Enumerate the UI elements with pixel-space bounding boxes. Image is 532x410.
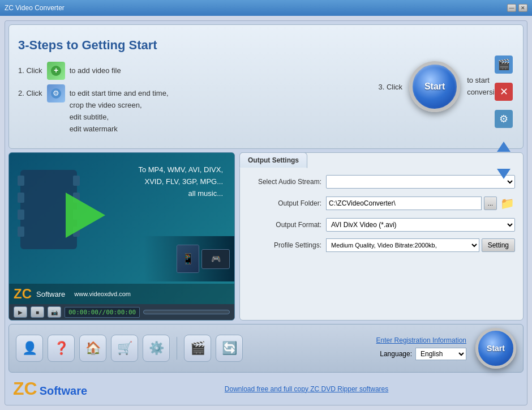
title-bar: ZC Video Converter — ✕ bbox=[0, 0, 532, 16]
sidebar-settings-icon-btn[interactable]: ⚙ bbox=[492, 108, 515, 130]
svg-rect-15 bbox=[18, 210, 24, 220]
registration-link[interactable]: Enter Registration Information bbox=[376, 336, 466, 344]
instruction-title: 3-Steps to Getting Start bbox=[18, 38, 379, 53]
step2-line3: edit subtitle, bbox=[70, 113, 109, 121]
profile-settings-row: Profile Settings: Medium Quality, Video … bbox=[248, 238, 515, 252]
output-folder-input[interactable] bbox=[326, 197, 482, 210]
zc-z-small: ZC bbox=[14, 286, 32, 301]
devices-strip: 📱 🎮 bbox=[144, 236, 234, 281]
step1-row: 1. Click + to add video file bbox=[18, 62, 379, 80]
snapshot-button[interactable]: 📷 bbox=[48, 306, 61, 318]
window-title: ZC Video Converter bbox=[5, 4, 65, 12]
profile-select[interactable]: Medium Quality, Video Bitrate:2000kb, bbox=[326, 238, 479, 252]
instruction-left: 3-Steps to Getting Start 1. Click + to a… bbox=[18, 38, 379, 135]
profile-row: Medium Quality, Video Bitrate:2000kb, Se… bbox=[326, 238, 515, 252]
svg-rect-17 bbox=[73, 176, 80, 186]
window-controls: — ✕ bbox=[507, 4, 527, 12]
start-button-bottom[interactable]: Start bbox=[475, 328, 516, 369]
svg-marker-10 bbox=[497, 142, 510, 152]
middle-row: To MP4, WMV, AVI, DIVX, XVID, FLV, 3GP, … bbox=[8, 152, 524, 321]
help-button[interactable]: ❓ bbox=[48, 335, 75, 362]
software-text-small: Software bbox=[36, 290, 65, 298]
step2-gear-icon: ⚙ bbox=[47, 84, 65, 103]
main-container: 3-Steps to Getting Start 1. Click + to a… bbox=[5, 20, 527, 405]
svg-rect-14 bbox=[18, 193, 24, 203]
svg-marker-11 bbox=[497, 169, 510, 179]
zc-logo-small: ZC bbox=[14, 286, 32, 302]
right-sidebar: 🎬 ✕ ⚙ bbox=[492, 53, 515, 185]
output-format-row: Output Format: AVI DivX Video (*.avi) bbox=[248, 218, 515, 232]
svg-text:⚙: ⚙ bbox=[53, 89, 59, 97]
output-format-select[interactable]: AVI DivX Video (*.avi) bbox=[326, 218, 515, 232]
start-button-large[interactable]: Start bbox=[409, 61, 460, 112]
step2-prefix: 2. Click bbox=[18, 84, 42, 99]
media-controls: ▶ ■ 📷 00:00:00//00:00:00 bbox=[9, 304, 234, 320]
sidebar-down-icon-btn[interactable] bbox=[492, 162, 515, 185]
step2-row: 2. Click ⚙ to edit start time and end ti… bbox=[18, 84, 379, 135]
open-folder-button[interactable]: 📁 bbox=[499, 195, 515, 211]
media-branding: ZC Software www.videoxdvd.com bbox=[9, 284, 234, 304]
website-text: www.videoxdvd.com bbox=[74, 291, 131, 297]
promo-text: To MP4, WMV, AVI, DIVX, XVID, FLV, 3GP, … bbox=[138, 164, 223, 199]
browse-button[interactable]: ... bbox=[484, 197, 497, 210]
audio-stream-label: Select Audio Stream: bbox=[248, 178, 321, 186]
setting-button[interactable]: Setting bbox=[482, 238, 515, 252]
download-link[interactable]: Download free and full copy ZC DVD Rippe… bbox=[94, 385, 519, 393]
step3-suffix: to start bbox=[467, 76, 490, 84]
profile-settings-label: Profile Settings: bbox=[248, 241, 321, 249]
progress-bar[interactable] bbox=[143, 310, 230, 314]
output-settings-tab[interactable]: Output Settings bbox=[239, 152, 307, 168]
output-panel: Output Settings Select Audio Stream: Out… bbox=[239, 152, 524, 321]
minimize-button[interactable]: — bbox=[507, 4, 516, 12]
stop-button[interactable]: ■ bbox=[31, 306, 44, 318]
step1-prefix: 1. Click bbox=[18, 62, 42, 76]
svg-text:✕: ✕ bbox=[500, 86, 508, 97]
output-folder-label: Output Folder: bbox=[248, 199, 321, 207]
step1-add-icon: + bbox=[47, 62, 65, 80]
audio-stream-select[interactable] bbox=[326, 175, 515, 189]
media-preview: To MP4, WMV, AVI, DIVX, XVID, FLV, 3GP, … bbox=[9, 153, 234, 304]
instruction-steps: 1. Click + to add video file 2. Click ⚙ … bbox=[18, 62, 379, 135]
shop-button[interactable]: 🛒 bbox=[111, 335, 138, 362]
bottom-toolbar: 👤 ❓ 🏠 🛒 ⚙️ 🎬 🔄 Enter Registration Inform… bbox=[8, 324, 524, 373]
film-decoration bbox=[15, 159, 128, 260]
svg-text:🎬: 🎬 bbox=[497, 58, 510, 71]
language-label: Language: bbox=[380, 350, 412, 358]
toolbar-right-links: Enter Registration Information Language:… bbox=[376, 336, 466, 360]
step2-line2: crop the video screen, bbox=[70, 101, 142, 109]
toolbar-separator bbox=[177, 337, 177, 360]
software-large: Software bbox=[40, 385, 87, 398]
close-button[interactable]: ✕ bbox=[518, 4, 527, 12]
time-display: 00:00:00//00:00:00 bbox=[65, 307, 140, 318]
media-panel: To MP4, WMV, AVI, DIVX, XVID, FLV, 3GP, … bbox=[8, 152, 235, 321]
footer: ZC Software Download free and full copy … bbox=[8, 376, 524, 402]
svg-rect-13 bbox=[18, 176, 24, 186]
home-button[interactable]: 🏠 bbox=[79, 335, 106, 362]
svg-text:+: + bbox=[54, 66, 58, 75]
output-content: Select Audio Stream: Output Folder: ... … bbox=[240, 168, 523, 259]
instruction-panel: 3-Steps to Getting Start 1. Click + to a… bbox=[8, 24, 524, 149]
folder-input-row: ... 📁 bbox=[326, 195, 515, 211]
sidebar-add-icon-btn[interactable]: 🎬 bbox=[492, 53, 515, 76]
rotate-button[interactable]: 🔄 bbox=[216, 335, 243, 362]
step1-text: to add video file bbox=[70, 62, 121, 76]
svg-text:⚙: ⚙ bbox=[499, 113, 508, 125]
step2-line1: to edit start time and end time, bbox=[70, 89, 169, 97]
sidebar-delete-icon-btn[interactable]: ✕ bbox=[492, 80, 515, 103]
convert-button[interactable]: 🎬 bbox=[184, 335, 211, 362]
account-button[interactable]: 👤 bbox=[16, 335, 43, 362]
output-format-label: Output Format: bbox=[248, 221, 321, 229]
language-row: Language: English Chinese French German … bbox=[380, 348, 466, 360]
settings-button[interactable]: ⚙️ bbox=[143, 335, 170, 362]
audio-stream-row: Select Audio Stream: bbox=[248, 175, 515, 189]
sidebar-up-icon-btn[interactable] bbox=[492, 135, 515, 157]
zc-logo-large: ZC Software bbox=[13, 378, 87, 399]
step2-text-block: to edit start time and end time, crop th… bbox=[70, 84, 169, 135]
step3-prefix: 3. Click bbox=[379, 83, 403, 91]
output-folder-row: Output Folder: ... 📁 bbox=[248, 195, 515, 211]
play-button[interactable]: ▶ bbox=[14, 306, 27, 318]
language-select[interactable]: English Chinese French German Spanish bbox=[415, 348, 466, 360]
zc-z-large: ZC bbox=[13, 378, 37, 399]
toolbar-right: Enter Registration Information Language:… bbox=[376, 328, 516, 369]
step3-row: 3. Click Start to start conversion bbox=[379, 61, 503, 112]
